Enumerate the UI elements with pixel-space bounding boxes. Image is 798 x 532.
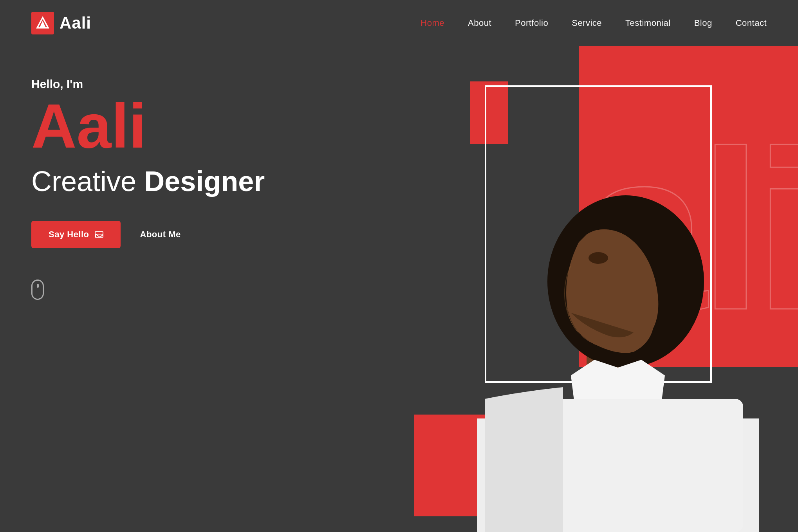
nav-link-portfolio[interactable]: Portfolio [515, 18, 548, 28]
title-part1: Creative [31, 166, 136, 197]
hero-title: Creative Designer [31, 165, 265, 197]
nav-item-service[interactable]: Service [572, 18, 602, 28]
person-image [446, 46, 767, 532]
logo-icon [31, 12, 54, 34]
nav-item-home[interactable]: Home [421, 18, 444, 28]
nav-link-blog[interactable]: Blog [694, 18, 712, 28]
hero-name: Aali [31, 95, 265, 157]
nav-link-contact[interactable]: Contact [736, 18, 767, 28]
nav-item-blog[interactable]: Blog [694, 18, 712, 28]
svg-point-6 [589, 252, 608, 264]
say-hello-button[interactable]: Say Hello [31, 221, 121, 248]
nav-link-service[interactable]: Service [572, 18, 602, 28]
nav-item-testimonial[interactable]: Testimonial [625, 18, 671, 28]
title-part2: Designer [144, 166, 265, 197]
greeting-text: Hello, I'm [31, 78, 265, 91]
nav-link-home[interactable]: Home [421, 18, 444, 28]
nav-item-portfolio[interactable]: Portfolio [515, 18, 548, 28]
nav-link-about[interactable]: About [468, 18, 491, 28]
email-icon [95, 231, 103, 238]
brand-name: Aali [60, 14, 91, 32]
logo[interactable]: Aali [31, 12, 91, 34]
person-svg [446, 47, 767, 532]
nav-link-testimonial[interactable]: Testimonial [625, 18, 671, 28]
hero-content: Hello, I'm Aali Creative Designer Say He… [31, 78, 265, 300]
logo-svg [36, 16, 50, 30]
say-hello-label: Say Hello [49, 229, 89, 240]
about-me-button[interactable]: About Me [140, 229, 181, 240]
hero-buttons: Say Hello About Me [31, 221, 265, 248]
navbar: Aali Home About Portfolio Service Testim… [0, 0, 798, 46]
scroll-indicator [31, 280, 44, 300]
nav-item-about[interactable]: About [468, 18, 491, 28]
hero-section: ali [0, 46, 798, 532]
nav-links: Home About Portfolio Service Testimonial… [421, 18, 767, 28]
nav-item-contact[interactable]: Contact [736, 18, 767, 28]
